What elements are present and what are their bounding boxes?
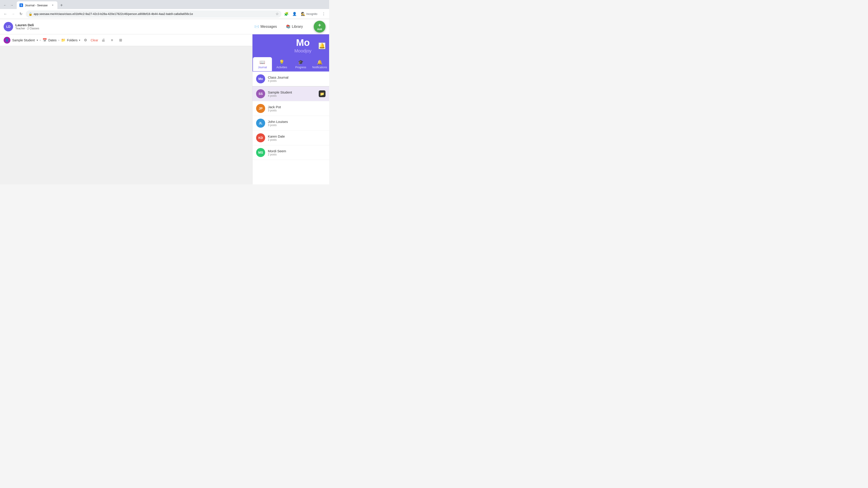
class-journal-info: Class Journal 4 posts xyxy=(268,75,326,83)
address-right: 🧩 👤 🕵️ Incognito ⋮ xyxy=(283,10,327,18)
back-button[interactable]: ← xyxy=(2,2,8,8)
student-info-john-louises: John Louises 3 posts xyxy=(268,120,326,127)
address-nav: ← → ↻ xyxy=(2,10,24,18)
top-nav: ✉️ Messages 📚 Library xyxy=(253,24,305,30)
sidebar-tabs: 📖 Journal 💡 Activities 🎓 Progress 🔔 Noti… xyxy=(252,57,329,72)
address-bar: ← → ↻ 🔒 ☆ 🧩 👤 🕵️ Incognito ⋮ xyxy=(0,9,329,19)
incognito-badge: 🕵️ Incognito xyxy=(299,11,319,17)
nav-buttons: ← → xyxy=(2,2,15,8)
profile-button[interactable]: 👤 xyxy=(291,10,298,18)
main-content: 👤 Sample Student ▾ ‹ 📅 Dates › 📁 Folders… xyxy=(0,34,329,184)
student-posts-sample-student: 4 posts xyxy=(268,94,316,97)
student-posts-mordi-seem: 2 posts xyxy=(268,153,326,156)
student-avatar-mordi-seem: MS xyxy=(256,148,265,157)
forward-nav-button[interactable]: → xyxy=(9,10,17,18)
student-name-mordi-seem: Mordi Seem xyxy=(268,149,326,153)
student-info-jack-pot: Jack Pot 3 posts xyxy=(268,105,326,112)
tab-activities[interactable]: 💡 Activities xyxy=(272,57,291,71)
student-item-john-louises[interactable]: JL John Louises 3 posts xyxy=(252,116,329,131)
student-name-karen-dale: Karen Dale xyxy=(268,134,326,138)
student-avatar-sample-student: SS xyxy=(256,89,265,98)
plus-icon: + xyxy=(318,23,321,28)
activities-tab-icon: 💡 xyxy=(279,59,285,65)
sidebar-notifications-button[interactable]: 🔔 xyxy=(318,42,326,49)
student-list: SS Sample Student 4 posts 📁 JP Jack Pot … xyxy=(252,87,329,184)
bookmark-icon[interactable]: ☆ xyxy=(276,12,279,16)
student-name-john-louises: John Louises xyxy=(268,120,326,124)
student-item-karen-dale[interactable]: KD Karen Dale 2 posts xyxy=(252,131,329,145)
browser-chrome: ← → S Journal - Seesaw × + ← → ↻ 🔒 ☆ 🧩 👤… xyxy=(0,0,329,19)
forward-button[interactable]: → xyxy=(8,2,15,8)
notifications-tab-label: Notifications xyxy=(312,66,327,69)
tab-title: Journal - Seesaw xyxy=(25,4,48,7)
student-posts-karen-dale: 2 posts xyxy=(268,138,326,141)
progress-tab-label: Progress xyxy=(295,66,306,69)
user-info: LD Lauren Deli Teacher · 2 Classes xyxy=(4,22,39,31)
user-name: Lauren Deli xyxy=(16,23,39,27)
sidebar-class-initial: Mo xyxy=(296,38,310,47)
library-label: Library xyxy=(292,25,303,29)
class-journal-name: Class Journal xyxy=(268,75,326,79)
user-details: Lauren Deli Teacher · 2 Classes xyxy=(16,23,39,30)
student-posts-jack-pot: 3 posts xyxy=(268,109,326,112)
tab-bar: ← → S Journal - Seesaw × + xyxy=(0,0,329,9)
new-tab-button[interactable]: + xyxy=(58,2,65,8)
posting-overlay: Posting... xyxy=(0,34,252,184)
library-nav-item[interactable]: 📚 Library xyxy=(284,24,305,30)
class-journal-item[interactable]: Mo Class Journal 4 posts xyxy=(252,72,329,87)
sidebar-header: Mo Moodjoy 🔔 xyxy=(252,34,329,57)
app: LD Lauren Deli Teacher · 2 Classes ✉️ Me… xyxy=(0,19,329,184)
incognito-label: Incognito xyxy=(306,12,317,15)
student-info-sample-student: Sample Student 4 posts xyxy=(268,90,316,97)
menu-button[interactable]: ⋮ xyxy=(320,10,327,18)
student-item-sample-student[interactable]: SS Sample Student 4 posts 📁 xyxy=(252,87,329,101)
journal-tab-label: Journal xyxy=(258,66,267,69)
tab-progress[interactable]: 🎓 Progress xyxy=(291,57,310,71)
student-info-mordi-seem: Mordi Seem 2 posts xyxy=(268,149,326,156)
extensions-button[interactable]: 🧩 xyxy=(283,10,290,18)
class-journal-avatar: Mo xyxy=(256,74,265,84)
student-item-jack-pot[interactable]: JP Jack Pot 3 posts xyxy=(252,101,329,116)
tab-notifications[interactable]: 🔔 Notifications xyxy=(310,57,329,71)
add-label: Add xyxy=(317,28,322,31)
url-box[interactable]: 🔒 ☆ xyxy=(26,10,281,18)
user-avatar: LD xyxy=(4,22,13,31)
messages-icon: ✉️ xyxy=(254,24,259,29)
student-avatar-karen-dale: KD xyxy=(256,133,265,142)
incognito-icon: 🕵️ xyxy=(301,12,305,16)
center-area: 👤 Sample Student ▾ ‹ 📅 Dates › 📁 Folders… xyxy=(0,34,252,184)
top-bar: LD Lauren Deli Teacher · 2 Classes ✉️ Me… xyxy=(0,19,329,34)
student-info-karen-dale: Karen Dale 2 posts xyxy=(268,134,326,141)
student-folder-badge: 📁 xyxy=(319,90,326,97)
add-button[interactable]: + Add xyxy=(314,21,326,33)
tab-close-button[interactable]: × xyxy=(51,3,55,7)
tab-favicon: S xyxy=(20,3,23,7)
library-icon: 📚 xyxy=(286,24,290,29)
reload-button[interactable]: ↻ xyxy=(17,10,24,18)
lock-icon: 🔒 xyxy=(29,12,32,16)
journal-tab-icon: 📖 xyxy=(259,59,265,65)
messages-label: Messages xyxy=(260,25,277,29)
user-role: Teacher · 2 Classes xyxy=(16,27,39,30)
student-posts-john-louises: 3 posts xyxy=(268,124,326,127)
right-sidebar: Mo Moodjoy 🔔 📖 Journal 💡 Activities 🎓 Pr… xyxy=(252,34,329,184)
student-name-sample-student: Sample Student xyxy=(268,90,316,94)
student-avatar-jack-pot: JP xyxy=(256,104,265,113)
class-journal-posts: 4 posts xyxy=(268,79,326,83)
active-tab[interactable]: S Journal - Seesaw × xyxy=(17,1,57,9)
student-avatar-john-louises: JL xyxy=(256,119,265,128)
messages-nav-item[interactable]: ✉️ Messages xyxy=(253,24,279,30)
notifications-tab-icon: 🔔 xyxy=(317,59,322,65)
progress-tab-icon: 🎓 xyxy=(298,59,304,65)
url-input[interactable] xyxy=(34,12,274,15)
student-item-mordi-seem[interactable]: MS Mordi Seem 2 posts xyxy=(252,145,329,160)
back-nav-button[interactable]: ← xyxy=(2,10,9,18)
tab-journal[interactable]: 📖 Journal xyxy=(253,57,272,71)
sidebar-class-name: Moodjoy xyxy=(294,48,311,54)
activities-tab-label: Activities xyxy=(276,66,287,69)
sidebar-class-info: Mo Moodjoy xyxy=(287,38,318,54)
student-name-jack-pot: Jack Pot xyxy=(268,105,326,109)
